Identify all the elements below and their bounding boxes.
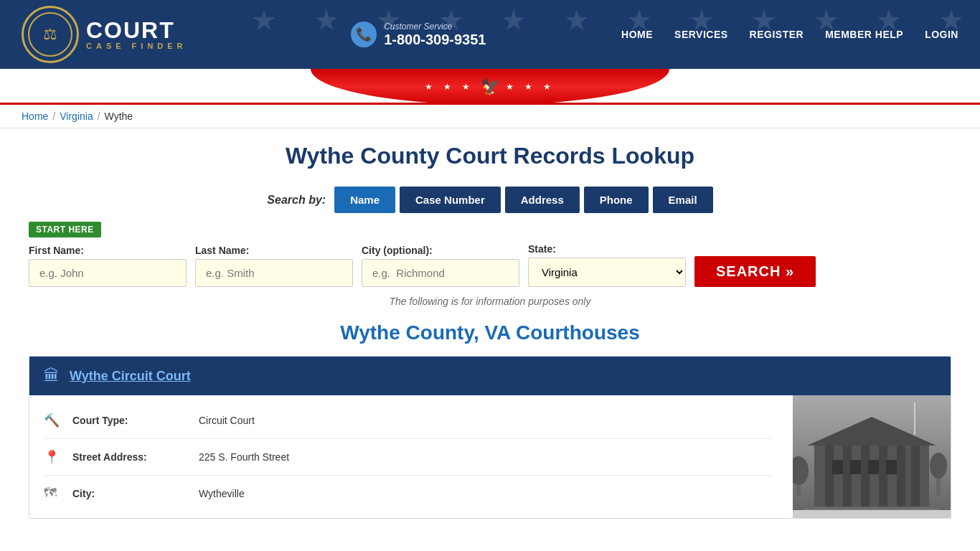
logo-sub-label: CASE FINDER xyxy=(86,42,187,50)
state-select[interactable]: Virginia AlabamaAlaskaArizona ArkansasCa… xyxy=(528,258,686,287)
svg-rect-11 xyxy=(804,509,940,510)
main-content: Wythe County Court Records Lookup Search… xyxy=(0,128,980,547)
svg-rect-8 xyxy=(911,438,920,510)
cs-label: Customer Service xyxy=(384,22,486,32)
ribbon-stars-right: ★ ★ ★ xyxy=(506,82,556,92)
svg-rect-13 xyxy=(832,460,843,474)
breadcrumb: Home / Virginia / Wythe xyxy=(22,110,958,122)
courthouse-photo xyxy=(793,395,951,510)
start-here-badge: START HERE xyxy=(29,222,101,237)
tab-phone[interactable]: Phone xyxy=(584,187,649,213)
phone-icon: 📞 xyxy=(351,22,377,47)
gavel-icon: 🔨 xyxy=(44,413,61,428)
city-group: City (optional): xyxy=(362,245,519,287)
first-name-label: First Name: xyxy=(29,245,187,256)
breadcrumb-sep-1: / xyxy=(52,110,55,122)
nav-home[interactable]: HOME xyxy=(621,29,653,40)
city-label: City (optional): xyxy=(362,245,519,256)
courthouse-image xyxy=(793,395,951,518)
court-type-value: Circuit Court xyxy=(199,415,255,426)
courthouse-name[interactable]: Wythe Circuit Court xyxy=(70,369,191,384)
logo-badge: ⚖ xyxy=(22,6,79,63)
scales-icon: ⚖ xyxy=(43,25,57,44)
nav-register[interactable]: REGISTER xyxy=(750,29,804,40)
breadcrumb-home[interactable]: Home xyxy=(22,110,48,122)
svg-rect-14 xyxy=(850,460,861,474)
courthouses-title: Wythe County, VA Courthouses xyxy=(29,321,951,344)
state-group: State: Virginia AlabamaAlaskaArizona Ark… xyxy=(528,243,686,287)
courthouse-header: 🏛 Wythe Circuit Court xyxy=(29,357,951,395)
breadcrumb-bar: Home / Virginia / Wythe xyxy=(0,105,980,128)
eagle-icon: 🦅 xyxy=(481,77,500,96)
detail-row-court-type: 🔨 Court Type: Circuit Court xyxy=(44,402,771,439)
search-section: Search by: Name Case Number Address Phon… xyxy=(29,187,951,307)
nav-member-help[interactable]: MEMBER HELP xyxy=(825,29,903,40)
tab-name[interactable]: Name xyxy=(334,187,395,213)
last-name-input[interactable] xyxy=(195,259,353,287)
last-name-group: Last Name: xyxy=(195,245,353,287)
svg-rect-16 xyxy=(886,460,897,474)
search-form: First Name: Last Name: City (optional): … xyxy=(29,243,951,287)
last-name-label: Last Name: xyxy=(195,245,353,256)
breadcrumb-virginia[interactable]: Virginia xyxy=(60,110,93,122)
logo-court-label: COURT xyxy=(86,19,187,42)
ribbon-area: ★ ★ ★ 🦅 ★ ★ ★ xyxy=(0,69,980,105)
info-note: The following is for information purpose… xyxy=(29,296,951,307)
tab-address[interactable]: Address xyxy=(505,187,580,213)
svg-point-20 xyxy=(930,453,947,479)
first-name-group: First Name: xyxy=(29,245,187,287)
nav-login[interactable]: LOGIN xyxy=(925,29,958,40)
courthouse-body: 🔨 Court Type: Circuit Court 📍 Street Add… xyxy=(29,395,951,518)
tab-case-number[interactable]: Case Number xyxy=(400,187,501,213)
city-input[interactable] xyxy=(362,259,519,287)
courthouse-details: 🔨 Court Type: Circuit Court 📍 Street Add… xyxy=(29,395,793,518)
first-name-input[interactable] xyxy=(29,259,187,287)
site-header: ⚖ COURT CASE FINDER 📞 Customer Service 1… xyxy=(0,0,980,69)
cs-number: 1-800-309-9351 xyxy=(384,32,486,48)
address-label: Street Address: xyxy=(72,451,187,463)
page-title: Wythe County Court Records Lookup xyxy=(29,143,951,169)
svg-rect-7 xyxy=(897,438,905,510)
customer-service-block: 📞 Customer Service 1-800-309-9351 xyxy=(351,22,486,48)
city-value: Wytheville xyxy=(199,488,245,499)
detail-row-city: 🗺 City: Wytheville xyxy=(44,476,771,511)
search-by-label: Search by: xyxy=(267,194,326,207)
detail-row-address: 📍 Street Address: 225 S. Fourth Street xyxy=(44,439,771,476)
court-type-label: Court Type: xyxy=(72,415,187,426)
courthouse-card: 🏛 Wythe Circuit Court 🔨 Court Type: Circ… xyxy=(29,356,951,519)
header-nav: HOME SERVICES REGISTER MEMBER HELP LOGIN xyxy=(621,29,958,40)
breadcrumb-sep-2: / xyxy=(98,110,100,122)
city-label-detail: City: xyxy=(72,488,187,499)
cs-text: Customer Service 1-800-309-9351 xyxy=(384,22,486,48)
map-icon: 🗺 xyxy=(44,486,61,501)
address-value: 225 S. Fourth Street xyxy=(199,451,289,463)
nav-services[interactable]: SERVICES xyxy=(674,29,728,40)
svg-rect-15 xyxy=(868,460,879,474)
courthouse-building-icon: 🏛 xyxy=(44,367,60,385)
search-by-row: Search by: Name Case Number Address Phon… xyxy=(29,187,951,213)
state-label: State: xyxy=(528,243,686,255)
ribbon: ★ ★ ★ 🦅 ★ ★ ★ xyxy=(311,69,669,105)
breadcrumb-current: Wythe xyxy=(105,110,133,122)
logo-text: COURT CASE FINDER xyxy=(86,19,187,50)
tab-email[interactable]: Email xyxy=(653,187,713,213)
ribbon-stars-left: ★ ★ ★ xyxy=(425,82,475,92)
location-pin-icon: 📍 xyxy=(44,449,61,465)
logo-area: ⚖ COURT CASE FINDER xyxy=(22,6,187,63)
search-button[interactable]: SEARCH » xyxy=(694,256,816,287)
